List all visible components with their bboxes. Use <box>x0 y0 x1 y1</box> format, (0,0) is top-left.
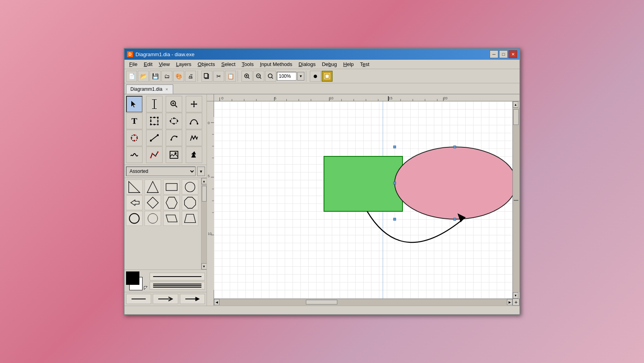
tool-polyline[interactable] <box>146 147 163 163</box>
tool-text-cursor[interactable] <box>146 96 163 112</box>
svg-line-10 <box>272 77 273 79</box>
add-canvas-button[interactable]: + <box>512 299 520 306</box>
close-button[interactable]: ✕ <box>509 50 517 58</box>
canvas-scroll-up[interactable]: ▲ <box>513 101 518 108</box>
foreground-color[interactable] <box>126 271 139 285</box>
shape-dropdown-arrow[interactable]: ▼ <box>197 167 205 176</box>
menu-tools[interactable]: Tools <box>239 60 257 68</box>
menu-input-methods[interactable]: Input Methods <box>257 60 295 68</box>
svg-point-27 <box>154 117 155 118</box>
tool-bezier[interactable] <box>186 113 202 129</box>
tool-line[interactable] <box>146 130 163 146</box>
menu-objects[interactable]: Objects <box>194 60 218 68</box>
paste-button[interactable]: 📋 <box>225 71 236 82</box>
shape-circle[interactable] <box>182 180 198 194</box>
color-button[interactable]: 🎨 <box>173 71 184 82</box>
zoom-out-button[interactable] <box>253 71 264 82</box>
canvas-vscroll-thumb[interactable] <box>513 109 519 125</box>
shapes-scroll-thumb[interactable] <box>202 186 207 202</box>
line-multi-bar-3 <box>153 287 201 288</box>
copy-button[interactable] <box>201 71 212 82</box>
dot-button[interactable]: ● <box>310 71 321 82</box>
svg-marker-59 <box>131 200 139 205</box>
tool-select[interactable] <box>126 96 143 112</box>
menu-debug[interactable]: Debug <box>319 60 340 68</box>
menu-test[interactable]: Test <box>357 60 373 68</box>
left-panel: T <box>124 94 207 306</box>
canvas-scroll-right[interactable]: ▶ <box>507 299 512 305</box>
canvas-hscroll-thumb[interactable] <box>306 300 337 304</box>
tool-move[interactable] <box>186 96 202 112</box>
line-multi-preview[interactable] <box>150 282 205 290</box>
menu-edit[interactable]: Edit <box>141 60 156 68</box>
new-button[interactable]: 📄 <box>126 71 137 82</box>
svg-text:10: 10 <box>329 96 333 100</box>
tool-box-select[interactable] <box>146 113 163 129</box>
snap-button[interactable] <box>322 71 333 82</box>
line-solid-preview[interactable] <box>150 273 205 280</box>
arrow-line[interactable] <box>153 294 178 304</box>
shapes-scroll-down[interactable]: ▼ <box>201 263 207 270</box>
color-preview[interactable] <box>126 271 148 290</box>
tool-zigzag[interactable] <box>186 130 202 146</box>
line-multi <box>153 284 201 288</box>
tool-freehand[interactable] <box>126 147 143 163</box>
title-bar-left: D Diagramm1.dia - diaw.exe <box>127 51 194 57</box>
shape-octagon[interactable] <box>182 195 198 210</box>
canvas-scroll-down[interactable]: ▼ <box>513 292 518 299</box>
tool-text[interactable]: T <box>126 113 143 129</box>
menu-dialogs[interactable]: Dialogs <box>295 60 318 68</box>
print-button[interactable]: 🖨 <box>185 71 196 82</box>
shape-parallelogram[interactable] <box>163 211 180 226</box>
tool-arc[interactable] <box>166 130 182 146</box>
shape-category-dropdown[interactable]: Assorted Flowchart Network UML <box>126 167 196 176</box>
zoom-reset-button[interactable] <box>265 71 276 82</box>
toolbar-separator-1 <box>198 71 200 82</box>
svg-marker-13 <box>131 101 136 108</box>
arrow-styles <box>124 292 207 306</box>
arrow-plain[interactable] <box>126 294 151 304</box>
svg-point-36 <box>190 123 191 125</box>
menu-view[interactable]: View <box>156 60 173 68</box>
tool-image[interactable] <box>166 147 182 163</box>
minimize-button[interactable]: ─ <box>490 50 498 58</box>
tool-connect[interactable] <box>126 130 143 146</box>
shapes-grid <box>124 178 201 227</box>
zoom-in-button[interactable] <box>242 71 252 82</box>
cut-button[interactable]: ✂ <box>213 71 224 82</box>
canvas-scroll[interactable]: ▲ ▼ ◀ ▶ <box>214 101 520 306</box>
canvas-scroll-left[interactable]: ◀ <box>214 299 220 305</box>
shape-circle-outline[interactable] <box>126 211 143 226</box>
menu-help[interactable]: Help <box>340 60 357 68</box>
shape-circle-thin[interactable] <box>145 211 161 226</box>
shape-hexagon[interactable] <box>163 195 180 210</box>
arrow-full[interactable] <box>180 294 205 304</box>
canvas[interactable] <box>214 101 512 299</box>
tab-close-button[interactable]: × <box>165 87 168 92</box>
diagram-tab[interactable]: Diagramm1.dia × <box>126 84 173 94</box>
shape-right-triangle[interactable] <box>126 180 143 194</box>
shape-triangle[interactable] <box>145 180 161 194</box>
canvas-hscroll-track <box>220 299 507 306</box>
shapes-scroll-up[interactable]: ▲ <box>201 178 207 184</box>
svg-rect-53 <box>170 151 178 158</box>
shape-diamond[interactable] <box>145 195 161 210</box>
zoom-dropdown[interactable]: ▼ <box>297 72 304 81</box>
svg-rect-111 <box>324 156 402 211</box>
svg-line-43 <box>151 135 158 141</box>
tool-zoom[interactable] <box>166 96 182 112</box>
shape-arrow-left[interactable] <box>126 195 143 210</box>
menu-select[interactable]: Select <box>218 60 238 68</box>
shape-rectangle[interactable] <box>163 180 180 194</box>
zoom-input[interactable] <box>277 72 296 81</box>
saveas-button[interactable]: 🗂 <box>161 71 172 82</box>
open-button[interactable]: 📂 <box>138 71 149 82</box>
save-button[interactable]: 💾 <box>150 71 161 82</box>
menu-file[interactable]: File <box>126 60 141 68</box>
tool-ellipse-select[interactable] <box>166 113 182 129</box>
tab-bar: Diagramm1.dia × <box>124 83 520 94</box>
menu-layers[interactable]: Layers <box>173 60 194 68</box>
tool-special[interactable] <box>186 147 202 163</box>
shape-trapezoid[interactable] <box>182 211 198 226</box>
maximize-button[interactable]: □ <box>499 50 508 58</box>
